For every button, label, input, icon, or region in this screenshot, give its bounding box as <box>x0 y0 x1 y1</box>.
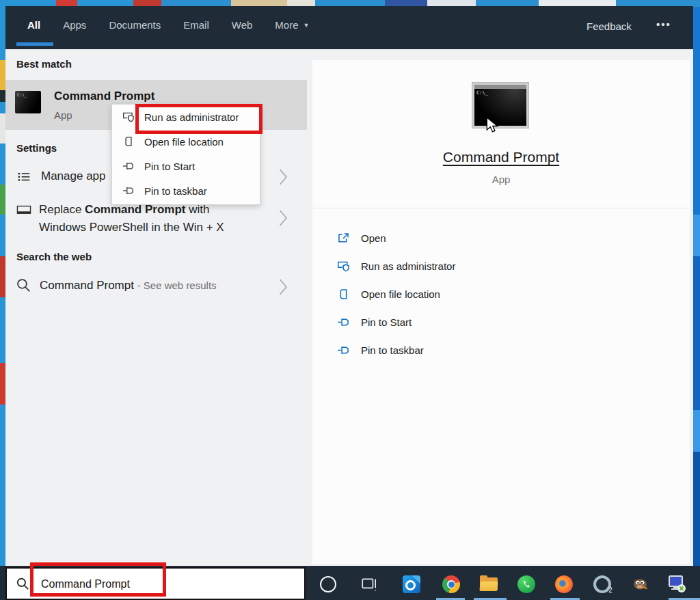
preview-action-label: Pin to taskbar <box>361 344 424 356</box>
context-menu-label: Pin to taskbar <box>144 185 207 197</box>
gimp-icon[interactable] <box>630 575 649 594</box>
preview-action-label: Open file location <box>361 288 440 300</box>
cmd-terminal-icon: C:\_ <box>15 91 41 113</box>
preview-action-file-location[interactable]: Open file location <box>337 286 440 302</box>
pin-icon <box>122 160 135 172</box>
windows-search-screen: All Apps Documents Email Web More▼ Feedb… <box>0 0 700 600</box>
preview-divider <box>312 208 690 208</box>
chevron-right-icon[interactable] <box>279 209 288 227</box>
tab-documents[interactable]: Documents <box>109 19 161 31</box>
best-match-title[interactable]: Command Prompt <box>54 90 154 103</box>
search-web-section-header: Search the web <box>16 251 92 262</box>
preview-app-subtitle: App <box>312 174 690 185</box>
context-menu-item-pin-start[interactable]: Pin to Start <box>112 154 260 178</box>
tab-all[interactable]: All <box>27 19 40 31</box>
preview-action-label: Open <box>361 232 386 244</box>
app-list-icon <box>17 170 31 187</box>
file-location-icon <box>337 288 350 301</box>
chevron-down-icon: ▼ <box>304 22 310 29</box>
chevron-right-icon[interactable] <box>279 278 288 296</box>
file-location-icon <box>122 135 135 148</box>
file-explorer-icon[interactable] <box>479 575 498 594</box>
window-bar-icon <box>16 204 31 219</box>
desktop-wallpaper-left-strip <box>0 7 5 600</box>
active-tab-underline <box>16 42 53 46</box>
mouse-cursor-icon <box>486 117 500 134</box>
task-view-icon[interactable] <box>360 575 379 594</box>
firefox-icon[interactable] <box>554 575 574 594</box>
tab-email[interactable]: Email <box>183 19 209 31</box>
pin-icon <box>337 344 350 357</box>
outlook-icon[interactable] <box>402 575 421 594</box>
app-preview-panel <box>312 60 690 564</box>
whatsapp-icon[interactable] <box>517 575 536 594</box>
context-menu-label: Run as administrator <box>144 111 239 123</box>
tab-web[interactable]: Web <box>232 19 253 31</box>
cmd-terminal-icon: C:\_ <box>472 83 528 128</box>
pin-icon <box>337 316 350 329</box>
cmd-icon-screen: C:\_ <box>474 89 526 126</box>
chevron-right-icon[interactable] <box>279 168 288 186</box>
context-menu-label: Pin to Start <box>144 161 195 172</box>
taskbar-search-box[interactable] <box>5 567 306 600</box>
tab-apps[interactable]: Apps <box>63 19 86 31</box>
preview-action-pin-start[interactable]: Pin to Start <box>337 314 412 330</box>
search-icon <box>16 577 30 594</box>
settings-item-replace-cmd[interactable]: Replace Command Prompt withWindows Power… <box>39 201 244 236</box>
chrome-icon[interactable] <box>442 575 461 594</box>
best-match-header: Best match <box>16 58 72 70</box>
settings-section-header: Settings <box>16 142 57 154</box>
tab-more[interactable]: More▼ <box>275 19 309 31</box>
context-menu-item-pin-taskbar[interactable]: Pin to taskbar <box>112 178 260 203</box>
context-menu-item-file-location[interactable]: Open file location <box>112 129 260 154</box>
cortana-icon[interactable] <box>319 575 338 594</box>
preview-action-label: Run as administrator <box>361 260 455 272</box>
context-menu-item-run-admin[interactable]: Run as administrator <box>112 105 260 129</box>
pin-icon <box>122 185 135 197</box>
context-menu: Run as administrator Open file location … <box>111 104 260 205</box>
search-input[interactable] <box>40 571 268 597</box>
web-search-result-row[interactable]: Command Prompt - See web results <box>40 279 217 292</box>
run-admin-icon <box>337 260 350 273</box>
search-filter-tabs: All Apps Documents Email Web More▼ <box>27 19 309 31</box>
settings-item-manage-app[interactable]: Manage app <box>41 169 106 183</box>
context-menu-label: Open file location <box>144 136 224 148</box>
preview-action-open[interactable]: Open <box>337 230 386 246</box>
best-match-subtitle: App <box>54 109 72 121</box>
preview-action-pin-taskbar[interactable]: Pin to taskbar <box>337 342 424 358</box>
run-admin-icon <box>122 111 135 123</box>
feedback-button[interactable]: Feedback <box>587 21 632 32</box>
remote-computer-icon[interactable] <box>668 575 687 594</box>
search-icon <box>16 277 31 296</box>
open-icon <box>337 232 350 245</box>
o2-ring-icon[interactable]: 2 <box>593 575 612 594</box>
preview-action-label: Pin to Start <box>361 316 412 328</box>
preview-app-title[interactable]: Command Prompt <box>312 149 690 165</box>
header-overflow-menu-icon[interactable]: ••• <box>656 18 671 30</box>
desktop-wallpaper-right-strip <box>693 7 700 600</box>
preview-action-run-admin[interactable]: Run as administrator <box>337 258 455 274</box>
